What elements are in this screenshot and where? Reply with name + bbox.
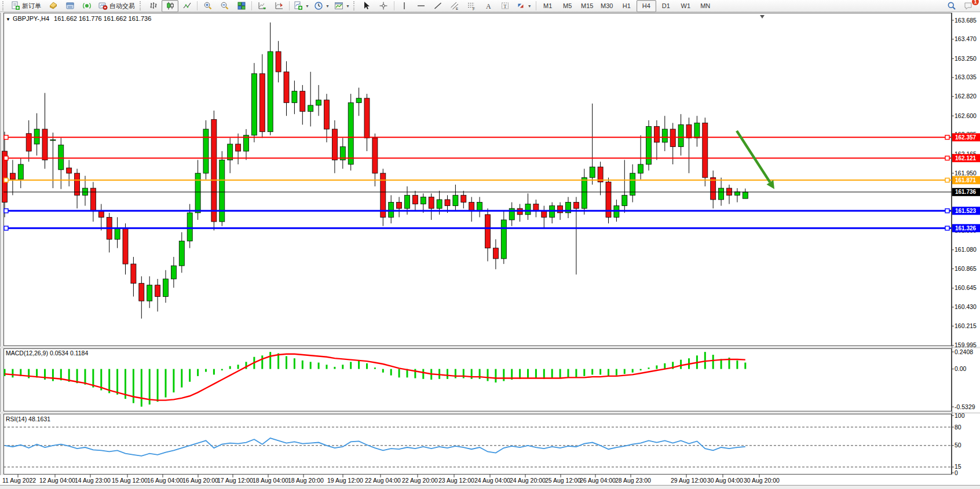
auto-scroll-icon bbox=[258, 1, 267, 10]
channel-button[interactable]: E bbox=[447, 0, 463, 12]
crosshair-button[interactable] bbox=[375, 0, 392, 12]
notifications-button[interactable]: 1 bbox=[960, 0, 977, 12]
autotrading-icon bbox=[98, 1, 108, 10]
svg-text:A: A bbox=[486, 2, 491, 10]
timeframe-H4[interactable]: H4 bbox=[637, 0, 656, 12]
trendline-icon bbox=[433, 1, 443, 10]
chevron-down-icon: ▼ bbox=[305, 4, 309, 8]
text-button[interactable]: A bbox=[480, 0, 497, 12]
horizontal-line-icon bbox=[416, 1, 426, 10]
candlestick-button[interactable] bbox=[162, 0, 178, 12]
cursor-button[interactable] bbox=[359, 0, 375, 12]
macd-indicator-label: MACD(12,26,9) 0.0534 0.1184 bbox=[6, 350, 88, 356]
timeframe-M5[interactable]: M5 bbox=[558, 0, 577, 12]
toolbar-separator bbox=[536, 1, 536, 10]
text-label-button[interactable]: T bbox=[497, 0, 514, 12]
timeframe-W1[interactable]: W1 bbox=[676, 0, 696, 12]
chevron-down-icon: ▼ bbox=[326, 4, 330, 8]
toolbar-grip[interactable] bbox=[353, 1, 357, 10]
fibonacci-icon: F bbox=[467, 1, 476, 10]
notification-badge: 1 bbox=[972, 0, 979, 5]
fibonacci-button[interactable]: F bbox=[463, 0, 480, 12]
timeframe-H1[interactable]: H1 bbox=[617, 0, 637, 12]
new-order-button[interactable]: 新订单 bbox=[8, 0, 45, 12]
data-window-button[interactable] bbox=[61, 0, 78, 12]
rsi-value: 48.1631 bbox=[28, 416, 50, 422]
search-button[interactable] bbox=[943, 0, 960, 12]
rsi-name: RSI(14) bbox=[6, 416, 27, 422]
templates-button[interactable]: ▼ bbox=[332, 0, 352, 12]
svg-text:-0.5329: -0.5329 bbox=[955, 403, 975, 410]
arrows-button[interactable]: ▼ bbox=[514, 0, 534, 12]
crosshair-icon bbox=[379, 1, 388, 10]
svg-text:0.00: 0.00 bbox=[955, 365, 967, 372]
time-scale[interactable] bbox=[3, 475, 952, 485]
svg-text:100: 100 bbox=[955, 412, 965, 419]
bar-chart-button[interactable] bbox=[145, 0, 162, 12]
zoom-out-icon bbox=[220, 1, 229, 10]
chevron-down-icon: ▼ bbox=[346, 4, 350, 8]
chart-ohlc-values: 161.662 161.776 161.662 161.736 bbox=[54, 15, 151, 22]
new-order-icon bbox=[11, 1, 20, 10]
periods-button[interactable]: ▼ bbox=[312, 0, 332, 12]
zoom-out-button[interactable] bbox=[216, 0, 233, 12]
market-watch-button[interactable] bbox=[45, 0, 61, 12]
timeframe-M30[interactable]: M30 bbox=[597, 0, 617, 12]
toolbar-separator bbox=[251, 1, 252, 10]
line-chart-icon bbox=[182, 1, 192, 10]
zoom-in-icon bbox=[203, 1, 213, 10]
toolbar-separator bbox=[289, 1, 290, 10]
chart-symbol-period: GBPJPY-,H4 bbox=[13, 15, 49, 22]
toolbar-separator bbox=[197, 1, 198, 10]
price-scale[interactable] bbox=[952, 13, 980, 346]
rsi-indicator-label: RSI(14) 48.1631 bbox=[6, 416, 50, 422]
indicators-button[interactable]: ▼ bbox=[291, 0, 312, 12]
chat-icon bbox=[964, 1, 973, 10]
timeframe-group: M1M5M15M30H1H4D1W1MN bbox=[538, 0, 715, 12]
chart-shift-button[interactable] bbox=[270, 0, 287, 12]
macd-name: MACD(12,26,9) bbox=[6, 350, 48, 356]
svg-text:0.2408: 0.2408 bbox=[955, 348, 973, 355]
market-watch-icon bbox=[49, 1, 58, 10]
timeframe-MN[interactable]: MN bbox=[696, 0, 715, 12]
templates-icon bbox=[334, 1, 343, 10]
periods-icon bbox=[314, 1, 323, 10]
text-label-icon: T bbox=[500, 1, 510, 10]
indicators-icon bbox=[294, 1, 303, 10]
toolbar-grip[interactable] bbox=[140, 1, 144, 10]
data-window-icon bbox=[65, 1, 75, 10]
line-chart-button[interactable] bbox=[178, 0, 195, 12]
zoom-in-button[interactable] bbox=[199, 0, 216, 12]
autotrading-label: 自动交易 bbox=[109, 2, 135, 10]
chevron-down-icon: ▼ bbox=[528, 4, 532, 8]
tile-windows-icon bbox=[237, 1, 246, 10]
horizontal-line-button[interactable] bbox=[413, 0, 430, 12]
chart-window: 163.685163.470163.250163.035162.820162.6… bbox=[0, 13, 980, 489]
timeframe-M15[interactable]: M15 bbox=[577, 0, 597, 12]
svg-text:F: F bbox=[473, 7, 475, 11]
trendline-button[interactable] bbox=[430, 0, 447, 12]
svg-text:50: 50 bbox=[955, 442, 961, 448]
navigator-button[interactable] bbox=[78, 0, 95, 12]
svg-text:T: T bbox=[504, 3, 507, 9]
navigator-icon bbox=[82, 1, 92, 10]
chart-shift-icon bbox=[275, 1, 284, 10]
cursor-icon bbox=[362, 1, 371, 10]
arrows-icon bbox=[516, 1, 525, 10]
chart-canvas[interactable]: 163.685163.470163.250163.035162.820162.6… bbox=[0, 13, 980, 489]
vertical-line-button[interactable] bbox=[396, 0, 413, 12]
vertical-line-icon bbox=[400, 1, 409, 10]
text-icon: A bbox=[484, 1, 493, 10]
autotrading-button[interactable]: 自动交易 bbox=[95, 0, 138, 12]
auto-scroll-button[interactable] bbox=[254, 0, 270, 12]
channel-icon: E bbox=[450, 1, 459, 10]
toolbar-grip[interactable] bbox=[2, 1, 6, 10]
new-order-label: 新订单 bbox=[22, 2, 41, 10]
tile-windows-button[interactable] bbox=[233, 0, 250, 12]
candlestick-icon bbox=[166, 1, 175, 10]
timeframe-D1[interactable]: D1 bbox=[656, 0, 676, 12]
timeframe-M1[interactable]: M1 bbox=[538, 0, 558, 12]
toolbar-separator bbox=[394, 1, 394, 10]
svg-text:80: 80 bbox=[955, 424, 961, 431]
chart-title: ▼GBPJPY-,H4161.662 161.776 161.662 161.7… bbox=[6, 15, 151, 22]
